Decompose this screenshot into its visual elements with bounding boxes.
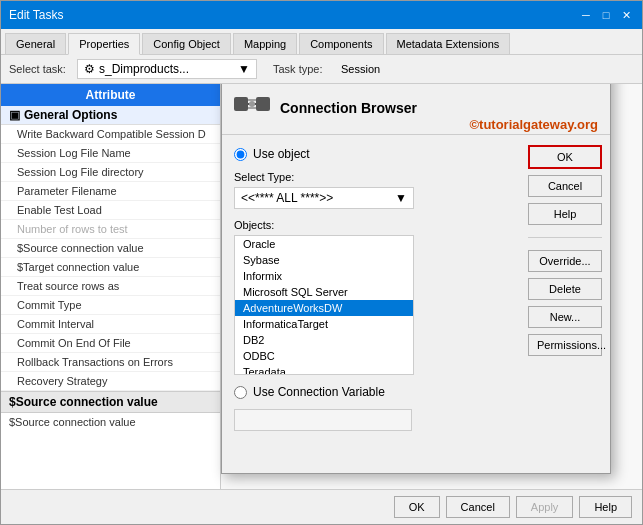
use-conn-var-section: Use Connection Variable	[234, 385, 508, 399]
list-item-sybase[interactable]: Sybase	[235, 252, 413, 268]
bottom-bar: OK Cancel Apply Help	[1, 489, 642, 524]
conn-var-input[interactable]	[234, 409, 412, 431]
tab-components[interactable]: Components	[299, 33, 383, 54]
source-header: $Source connection value	[1, 392, 220, 413]
connection-browser-label: Connection Browser	[280, 100, 417, 116]
attr-item-num-rows: Number of rows to test	[1, 220, 220, 239]
section-label: General Options	[24, 108, 117, 122]
main-ok-button[interactable]: OK	[394, 496, 440, 518]
select-type-section: Select Type: <<**** ALL ****>> ▼	[234, 171, 508, 209]
right-panel: Connection Browser - INF_Repository ✕	[221, 84, 642, 489]
use-object-radio[interactable]: Use object	[234, 147, 508, 161]
override-button[interactable]: Override...	[528, 250, 602, 272]
task-type-value: Session	[341, 63, 380, 75]
help-button[interactable]: Help	[528, 203, 602, 225]
attr-item-enable-test[interactable]: Enable Test Load	[1, 201, 220, 220]
connection-header: Connection Browser ©tutorialgateway.org	[222, 83, 610, 135]
attr-item-rollback[interactable]: Rollback Transactions on Errors	[1, 353, 220, 372]
new-button[interactable]: New...	[528, 306, 602, 328]
select-type-chevron-icon: ▼	[395, 191, 407, 205]
window-title: Edit Tasks	[9, 8, 63, 22]
use-conn-var-label: Use Connection Variable	[253, 385, 385, 399]
svg-rect-1	[256, 97, 270, 111]
task-icon: ⚙	[84, 62, 95, 76]
svg-rect-0	[234, 97, 248, 111]
main-window: Edit Tasks ─ □ ✕ General Properties Conf…	[0, 0, 643, 525]
tab-metadata-extensions[interactable]: Metadata Extensions	[386, 33, 511, 54]
attr-header: Attribute	[1, 84, 220, 106]
main-apply-button[interactable]: Apply	[516, 496, 574, 518]
connection-browser-dialog: Connection Browser - INF_Repository ✕	[221, 83, 611, 474]
svg-point-3	[249, 101, 255, 107]
source-section: $Source connection value $Source connect…	[1, 391, 220, 431]
attr-item-treat-source[interactable]: Treat source rows as	[1, 277, 220, 296]
objects-label: Objects:	[234, 219, 508, 231]
attr-item-write-backward[interactable]: Write Backward Compatible Session D	[1, 125, 220, 144]
dialog-sidebar: OK Cancel Help Override... Delete New...…	[520, 135, 610, 473]
task-type-label: Task type:	[273, 63, 333, 75]
attr-item-param-filename[interactable]: Parameter Filename	[1, 182, 220, 201]
collapse-icon: ▣	[9, 108, 20, 122]
list-item-db2[interactable]: DB2	[235, 332, 413, 348]
objects-list[interactable]: Oracle Sybase Informix Microsoft SQL Ser…	[234, 235, 414, 375]
main-cancel-button[interactable]: Cancel	[446, 496, 510, 518]
minimize-button[interactable]: ─	[578, 7, 594, 23]
list-item-adventureworks[interactable]: AdventureWorksDW	[235, 300, 413, 316]
source-value: $Source connection value	[1, 413, 220, 431]
maximize-button[interactable]: □	[598, 7, 614, 23]
task-row: Select task: ⚙ s_Dimproducts... ▼ Task t…	[1, 55, 642, 83]
use-conn-var-radio[interactable]	[234, 386, 247, 399]
select-type-dropdown[interactable]: <<**** ALL ****>> ▼	[234, 187, 414, 209]
select-task-label: Select task:	[9, 63, 69, 75]
select-type-value: <<**** ALL ****>>	[241, 191, 333, 205]
use-object-radio-input[interactable]	[234, 148, 247, 161]
dialog-main: Use object Select Type: <<**** ALL ****>…	[222, 135, 520, 473]
cancel-button[interactable]: Cancel	[528, 175, 602, 197]
content-area: Attribute ▣ General Options Write Backwa…	[1, 83, 642, 489]
watermark-text: ©tutorialgateway.org	[469, 117, 598, 132]
select-type-label: Select Type:	[234, 171, 508, 183]
close-button[interactable]: ✕	[618, 7, 634, 23]
source-section-header: $Source connection value	[9, 395, 158, 409]
permissions-button[interactable]: Permissions...	[528, 334, 602, 356]
list-item-informix[interactable]: Informix	[235, 268, 413, 284]
attr-item-recovery[interactable]: Recovery Strategy	[1, 372, 220, 391]
list-item-odbc[interactable]: ODBC	[235, 348, 413, 364]
attr-item-session-log-name[interactable]: Session Log File Name	[1, 144, 220, 163]
attr-item-commit-type[interactable]: Commit Type	[1, 296, 220, 315]
tab-config-object[interactable]: Config Object	[142, 33, 231, 54]
select-task-value: s_Dimproducts...	[99, 62, 189, 76]
list-item-mssql[interactable]: Microsoft SQL Server	[235, 284, 413, 300]
ok-button[interactable]: OK	[528, 145, 602, 169]
dropdown-chevron-icon: ▼	[238, 62, 250, 76]
list-item-informatica[interactable]: InformaticaTarget	[235, 316, 413, 332]
title-bar: Edit Tasks ─ □ ✕	[1, 1, 642, 29]
use-object-label: Use object	[253, 147, 310, 161]
delete-button[interactable]: Delete	[528, 278, 602, 300]
connection-icon	[234, 89, 270, 126]
select-task-dropdown[interactable]: ⚙ s_Dimproducts... ▼	[77, 59, 257, 79]
objects-section: Objects: Oracle Sybase Informix Microsof…	[234, 219, 508, 375]
tab-properties[interactable]: Properties	[68, 33, 140, 55]
dialog-body: Use object Select Type: <<**** ALL ****>…	[222, 135, 610, 473]
attr-section-header: ▣ General Options	[1, 106, 220, 125]
list-item-oracle[interactable]: Oracle	[235, 236, 413, 252]
main-help-button[interactable]: Help	[579, 496, 632, 518]
attr-item-session-log-dir[interactable]: Session Log File directory	[1, 163, 220, 182]
attr-item-source-conn[interactable]: $Source connection value	[1, 239, 220, 258]
attr-item-commit-interval[interactable]: Commit Interval	[1, 315, 220, 334]
list-item-teradata[interactable]: Teradata	[235, 364, 413, 375]
attr-panel: Attribute ▣ General Options Write Backwa…	[1, 84, 221, 489]
tabs-row: General Properties Config Object Mapping…	[1, 29, 642, 55]
tab-general[interactable]: General	[5, 33, 66, 54]
tab-mapping[interactable]: Mapping	[233, 33, 297, 54]
title-bar-controls: ─ □ ✕	[578, 7, 634, 23]
attr-item-commit-eof[interactable]: Commit On End Of File	[1, 334, 220, 353]
attr-item-target-conn[interactable]: $Target connection value	[1, 258, 220, 277]
